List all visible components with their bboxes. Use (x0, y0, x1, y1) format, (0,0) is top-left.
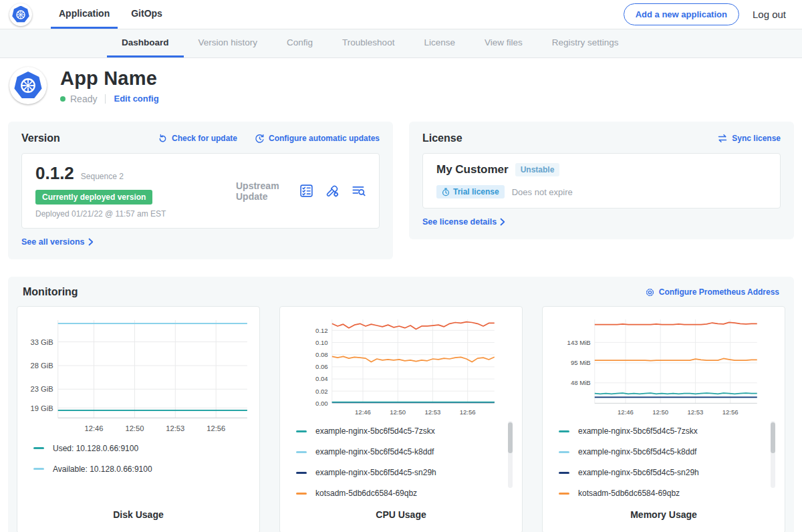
logout-button[interactable]: Log out (753, 9, 786, 20)
svg-text:12:46: 12:46 (618, 408, 634, 416)
top-nav: Application GitOps Add a new application… (0, 0, 802, 29)
svg-text:0.08: 0.08 (315, 351, 328, 358)
version-config-wrench-icon[interactable] (325, 184, 340, 198)
legend-item: example-nginx-5bc6f5d4c5-sn29h (296, 468, 514, 477)
svg-text:19 GiB: 19 GiB (31, 404, 53, 412)
legend-scrollbar[interactable] (771, 421, 775, 488)
configure-automatic-updates-label: Configure automatic updates (269, 134, 380, 143)
legend-item: kotsadm-5db6dc6584-69qbz (559, 489, 777, 498)
disk-usage-chart: 12:4612:5012:5312:5619 GiB23 GiB28 GiB33… (25, 315, 251, 436)
customer-name: My Customer (436, 163, 509, 176)
gear-icon (645, 287, 655, 297)
license-details-row: My Customer Unstable Trial license Does … (422, 153, 781, 209)
legend-label: kotsadm-5db6dc6584-69qbz (578, 489, 680, 498)
legend-label: kotsadm-5db6dc6584-69qbz (315, 489, 417, 498)
subnav-license[interactable]: License (409, 29, 470, 57)
legend-color-dash (33, 447, 44, 449)
see-license-details-link[interactable]: See license details (422, 217, 505, 227)
check-for-update-label: Check for update (172, 134, 237, 143)
check-for-update-link[interactable]: Check for update (158, 134, 237, 144)
refresh-icon (158, 134, 168, 144)
legend-scrollbar[interactable] (508, 421, 513, 488)
legend-color-dash (559, 493, 569, 495)
subnav-troubleshoot-label: Troubleshoot (342, 37, 394, 47)
disk-usage-card: 12:4612:5012:5312:5619 GiB23 GiB28 GiB33… (17, 306, 260, 532)
legend-item: kotsadm-5db6dc6584-69qbz (296, 489, 514, 498)
version-card-title: Version (21, 132, 60, 144)
svg-text:0.04: 0.04 (315, 375, 328, 382)
legend-item: Available: 10.128.0.66:9100 (33, 464, 251, 474)
svg-text:95 MiB: 95 MiB (571, 359, 591, 366)
configure-prometheus-link[interactable]: Configure Prometheus Address (645, 287, 779, 297)
auto-update-clock-icon (255, 134, 265, 144)
subnav-registry-settings-label: Registry settings (552, 37, 619, 47)
divider (105, 94, 106, 104)
chevron-right-icon (88, 238, 94, 246)
app-header: App Name Ready Edit config (0, 58, 802, 116)
edit-config-link[interactable]: Edit config (114, 94, 158, 104)
svg-text:0.02: 0.02 (315, 388, 328, 395)
svg-text:23 GiB: 23 GiB (31, 385, 53, 393)
version-sequence: Sequence 2 (81, 172, 124, 181)
legend-item: example-nginx-5bc6f5d4c5-7zskx (296, 426, 514, 436)
tab-gitops-label: GitOps (131, 8, 162, 19)
svg-text:12:50: 12:50 (652, 408, 668, 416)
svg-text:12:46: 12:46 (85, 424, 104, 432)
legend-item: example-nginx-5bc6f5d4c5-k8ddf (559, 447, 777, 456)
monitoring-title: Monitoring (23, 286, 78, 298)
legend-color-dash (296, 451, 307, 453)
subnav-version-history[interactable]: Version history (184, 29, 273, 57)
legend-scrollbar-thumb[interactable] (508, 422, 513, 453)
legend-label: example-nginx-5bc6f5d4c5-sn29h (578, 468, 699, 477)
svg-text:12:46: 12:46 (355, 408, 371, 416)
page-title: App Name (60, 68, 159, 90)
memory-usage-chart: 12:4612:5012:5312:5648 MiB95 MiB143 MiB (551, 315, 777, 418)
see-all-versions-link[interactable]: See all versions (21, 237, 94, 247)
legend-item: example-nginx-5bc6f5d4c5-k8ddf (296, 447, 514, 456)
currently-deployed-badge: Currently deployed version (35, 190, 152, 205)
subnav-config[interactable]: Config (272, 29, 327, 57)
svg-text:12:56: 12:56 (722, 408, 739, 416)
app-logo (9, 67, 47, 104)
chevron-right-icon (500, 218, 505, 226)
channel-badge: Unstable (515, 163, 560, 176)
kubernetes-logo (9, 3, 32, 26)
cpu-usage-card: 12:4612:5012:5312:560.000.020.040.060.08… (279, 306, 523, 532)
preflight-checks-icon[interactable] (299, 184, 313, 198)
tab-application[interactable]: Application (51, 0, 118, 29)
subnav-troubleshoot[interactable]: Troubleshoot (327, 29, 409, 57)
legend-label: example-nginx-5bc6f5d4c5-sn29h (315, 468, 436, 477)
legend-scrollbar-thumb[interactable] (771, 422, 775, 453)
svg-text:0.12: 0.12 (315, 327, 328, 334)
subnav-license-label: License (424, 37, 455, 47)
add-new-application-button[interactable]: Add a new application (624, 3, 739, 25)
memory-usage-title: Memory Usage (551, 509, 777, 520)
stopwatch-icon (442, 188, 450, 196)
subnav-view-files-label: View files (485, 37, 523, 47)
tab-gitops[interactable]: GitOps (123, 0, 170, 29)
view-diff-file-search-icon[interactable] (352, 184, 366, 198)
sync-license-link[interactable]: Sync license (717, 134, 781, 143)
legend-color-dash (559, 430, 569, 432)
monitoring-section: Monitoring Configure Prometheus Address … (8, 277, 794, 532)
see-all-versions-label: See all versions (21, 237, 85, 247)
subnav-dashboard-label: Dashboard (122, 37, 169, 47)
status-text: Ready (70, 94, 97, 104)
subnav-dashboard[interactable]: Dashboard (107, 29, 184, 57)
legend-label: example-nginx-5bc6f5d4c5-7zskx (315, 426, 435, 436)
sync-arrows-icon (717, 134, 728, 143)
configure-automatic-updates-link[interactable]: Configure automatic updates (255, 134, 380, 144)
subnav-registry-settings[interactable]: Registry settings (537, 29, 634, 57)
legend-item: example-nginx-5bc6f5d4c5-sn29h (559, 468, 777, 477)
subnav-view-files[interactable]: View files (470, 29, 537, 57)
license-type-badge: Trial license (436, 185, 505, 198)
svg-text:0.10: 0.10 (315, 339, 328, 346)
svg-text:12:53: 12:53 (166, 424, 184, 432)
legend-item: example-nginx-5bc6f5d4c5-7zskx (559, 426, 777, 436)
legend-label: example-nginx-5bc6f5d4c5-k8ddf (315, 447, 434, 456)
svg-text:28 GiB: 28 GiB (31, 362, 53, 370)
version-card: Version Check for update (8, 122, 393, 259)
legend-label: example-nginx-5bc6f5d4c5-k8ddf (578, 447, 696, 456)
svg-text:12:50: 12:50 (390, 408, 406, 416)
legend-color-dash (559, 472, 569, 474)
